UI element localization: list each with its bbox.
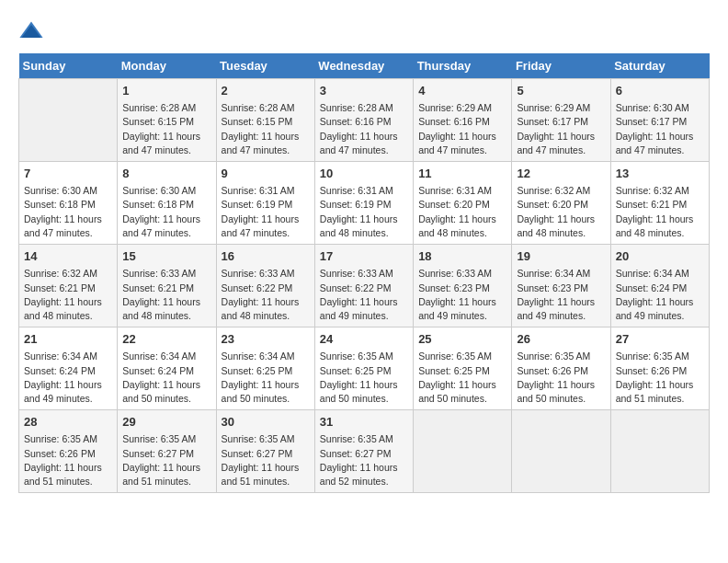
day-number: 30 [222,414,310,431]
calendar-cell: 23Sunrise: 6:34 AM Sunset: 6:25 PM Dayli… [216,327,314,410]
day-number: 29 [122,414,210,431]
day-number: 3 [320,83,408,99]
day-number: 14 [24,248,112,265]
calendar-cell: 10Sunrise: 6:31 AM Sunset: 6:19 PM Dayli… [314,162,413,245]
calendar-table: SundayMondayTuesdayWednesdayThursdayFrid… [18,53,710,493]
day-number: 27 [616,331,704,348]
calendar-cell: 16Sunrise: 6:33 AM Sunset: 6:22 PM Dayli… [216,245,314,327]
day-info: Sunrise: 6:31 AM Sunset: 6:20 PM Dayligh… [418,184,506,240]
day-info: Sunrise: 6:35 AM Sunset: 6:25 PM Dayligh… [418,350,506,406]
day-number: 23 [222,331,310,348]
logo-icon [18,18,44,44]
calendar-week-row: 14Sunrise: 6:32 AM Sunset: 6:21 PM Dayli… [19,245,710,327]
day-header: Friday [512,53,610,79]
calendar-cell: 29Sunrise: 6:35 AM Sunset: 6:27 PM Dayli… [118,410,216,493]
calendar-cell: 6Sunrise: 6:30 AM Sunset: 6:17 PM Daylig… [610,79,709,162]
day-info: Sunrise: 6:31 AM Sunset: 6:19 PM Dayligh… [320,184,408,240]
calendar-cell: 15Sunrise: 6:33 AM Sunset: 6:21 PM Dayli… [118,245,216,327]
day-number: 11 [418,166,506,182]
calendar-cell: 27Sunrise: 6:35 AM Sunset: 6:26 PM Dayli… [610,327,709,410]
day-number: 2 [222,83,310,99]
day-info: Sunrise: 6:35 AM Sunset: 6:26 PM Dayligh… [24,432,112,488]
calendar-week-row: 7Sunrise: 6:30 AM Sunset: 6:18 PM Daylig… [19,162,710,245]
day-info: Sunrise: 6:34 AM Sunset: 6:24 PM Dayligh… [616,267,704,323]
calendar-cell: 11Sunrise: 6:31 AM Sunset: 6:20 PM Dayli… [414,162,512,245]
day-info: Sunrise: 6:34 AM Sunset: 6:24 PM Dayligh… [122,350,210,406]
day-info: Sunrise: 6:33 AM Sunset: 6:22 PM Dayligh… [320,267,408,323]
calendar-cell: 22Sunrise: 6:34 AM Sunset: 6:24 PM Dayli… [118,327,216,410]
calendar-cell: 26Sunrise: 6:35 AM Sunset: 6:26 PM Dayli… [512,327,610,410]
day-number: 22 [122,331,210,348]
calendar-cell: 30Sunrise: 6:35 AM Sunset: 6:27 PM Dayli… [216,410,314,493]
day-info: Sunrise: 6:30 AM Sunset: 6:18 PM Dayligh… [122,184,210,240]
day-number: 10 [320,166,408,182]
day-number: 1 [122,83,210,99]
calendar-cell: 20Sunrise: 6:34 AM Sunset: 6:24 PM Dayli… [610,245,709,327]
calendar-cell [610,410,709,493]
day-number: 4 [418,83,506,99]
day-number: 5 [517,83,605,99]
day-header: Wednesday [314,53,413,79]
calendar-cell: 28Sunrise: 6:35 AM Sunset: 6:26 PM Dayli… [19,410,118,493]
day-info: Sunrise: 6:28 AM Sunset: 6:15 PM Dayligh… [222,101,310,157]
day-number: 17 [320,248,408,265]
calendar-cell: 17Sunrise: 6:33 AM Sunset: 6:22 PM Dayli… [314,245,413,327]
day-number: 31 [320,414,408,431]
day-info: Sunrise: 6:35 AM Sunset: 6:26 PM Dayligh… [616,350,704,406]
calendar-cell: 7Sunrise: 6:30 AM Sunset: 6:18 PM Daylig… [19,162,118,245]
day-number: 19 [517,248,605,265]
day-header: Tuesday [216,53,314,79]
logo [18,18,48,44]
day-number: 15 [122,248,210,265]
day-number: 16 [222,248,310,265]
calendar-cell: 19Sunrise: 6:34 AM Sunset: 6:23 PM Dayli… [512,245,610,327]
day-info: Sunrise: 6:33 AM Sunset: 6:21 PM Dayligh… [122,267,210,323]
day-info: Sunrise: 6:29 AM Sunset: 6:16 PM Dayligh… [418,101,506,157]
calendar-cell [414,410,512,493]
day-info: Sunrise: 6:34 AM Sunset: 6:25 PM Dayligh… [222,350,310,406]
calendar-cell: 25Sunrise: 6:35 AM Sunset: 6:25 PM Dayli… [414,327,512,410]
calendar-cell: 2Sunrise: 6:28 AM Sunset: 6:15 PM Daylig… [216,79,314,162]
day-header: Monday [118,53,216,79]
day-info: Sunrise: 6:35 AM Sunset: 6:27 PM Dayligh… [122,432,210,488]
day-number: 9 [222,166,310,182]
calendar-cell [512,410,610,493]
day-header: Saturday [610,53,709,79]
calendar-week-row: 21Sunrise: 6:34 AM Sunset: 6:24 PM Dayli… [19,327,710,410]
day-info: Sunrise: 6:33 AM Sunset: 6:22 PM Dayligh… [222,267,310,323]
calendar-cell: 13Sunrise: 6:32 AM Sunset: 6:21 PM Dayli… [610,162,709,245]
day-info: Sunrise: 6:34 AM Sunset: 6:24 PM Dayligh… [24,350,112,406]
day-number: 24 [320,331,408,348]
calendar-week-row: 1Sunrise: 6:28 AM Sunset: 6:15 PM Daylig… [19,79,710,162]
calendar-header-row: SundayMondayTuesdayWednesdayThursdayFrid… [19,53,710,79]
day-number: 20 [616,248,704,265]
day-info: Sunrise: 6:32 AM Sunset: 6:20 PM Dayligh… [517,184,605,240]
calendar-cell: 14Sunrise: 6:32 AM Sunset: 6:21 PM Dayli… [19,245,118,327]
day-info: Sunrise: 6:28 AM Sunset: 6:16 PM Dayligh… [320,101,408,157]
page-header [18,18,710,44]
day-number: 18 [418,248,506,265]
day-info: Sunrise: 6:28 AM Sunset: 6:15 PM Dayligh… [122,101,210,157]
calendar-cell: 24Sunrise: 6:35 AM Sunset: 6:25 PM Dayli… [314,327,413,410]
day-info: Sunrise: 6:29 AM Sunset: 6:17 PM Dayligh… [517,101,605,157]
calendar-cell: 21Sunrise: 6:34 AM Sunset: 6:24 PM Dayli… [19,327,118,410]
day-info: Sunrise: 6:30 AM Sunset: 6:17 PM Dayligh… [616,101,704,157]
day-number: 8 [122,166,210,182]
calendar-cell: 3Sunrise: 6:28 AM Sunset: 6:16 PM Daylig… [314,79,413,162]
calendar-cell: 12Sunrise: 6:32 AM Sunset: 6:20 PM Dayli… [512,162,610,245]
calendar-cell [19,79,118,162]
day-number: 25 [418,331,506,348]
calendar-cell: 1Sunrise: 6:28 AM Sunset: 6:15 PM Daylig… [118,79,216,162]
calendar-week-row: 28Sunrise: 6:35 AM Sunset: 6:26 PM Dayli… [19,410,710,493]
calendar-cell: 31Sunrise: 6:35 AM Sunset: 6:27 PM Dayli… [314,410,413,493]
calendar-cell: 4Sunrise: 6:29 AM Sunset: 6:16 PM Daylig… [414,79,512,162]
calendar-cell: 5Sunrise: 6:29 AM Sunset: 6:17 PM Daylig… [512,79,610,162]
day-info: Sunrise: 6:32 AM Sunset: 6:21 PM Dayligh… [24,267,112,323]
day-info: Sunrise: 6:35 AM Sunset: 6:27 PM Dayligh… [222,432,310,488]
day-number: 28 [24,414,112,431]
day-number: 26 [517,331,605,348]
day-number: 21 [24,331,112,348]
day-info: Sunrise: 6:30 AM Sunset: 6:18 PM Dayligh… [24,184,112,240]
day-info: Sunrise: 6:35 AM Sunset: 6:25 PM Dayligh… [320,350,408,406]
calendar-cell: 18Sunrise: 6:33 AM Sunset: 6:23 PM Dayli… [414,245,512,327]
